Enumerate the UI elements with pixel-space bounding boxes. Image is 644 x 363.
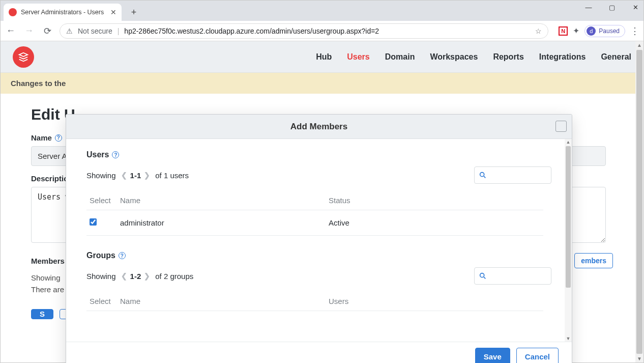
new-tab-button[interactable]: +: [127, 5, 141, 19]
scroll-up-icon[interactable]: ▲: [637, 41, 642, 49]
back-button[interactable]: ←: [5, 25, 17, 37]
scroll-down-icon[interactable]: ▼: [566, 336, 571, 342]
window-controls: — ▢ ✕: [582, 4, 641, 11]
modal-close-button[interactable]: [555, 121, 567, 132]
help-icon[interactable]: ?: [112, 151, 119, 158]
nav-users[interactable]: Users: [347, 52, 369, 62]
users-showing-row: Showing ❮ 1-1 ❯ of 1 users: [86, 166, 551, 184]
extensions-icon[interactable]: ✦: [573, 26, 579, 36]
close-tab-button[interactable]: ✕: [110, 8, 116, 16]
svg-line-3: [484, 277, 485, 278]
users-suffix: of 1 users: [155, 171, 189, 180]
svg-point-0: [480, 173, 484, 177]
users-table: Select Name Status administrator Active: [86, 191, 543, 236]
groups-search-input[interactable]: [474, 267, 551, 285]
table-row: administrator Active: [86, 210, 543, 236]
groups-range: 1-2: [130, 272, 141, 281]
groups-table: Select Name Users: [86, 292, 543, 311]
maximize-button[interactable]: ▢: [606, 4, 618, 11]
modal-body: Users ? Showing ❮ 1-1 ❯ of 1 users: [66, 139, 572, 342]
security-label: Not secure: [78, 27, 112, 35]
app-logo-icon[interactable]: [13, 46, 34, 68]
chevron-left-icon[interactable]: ❮: [121, 171, 127, 179]
profile-avatar-icon: d: [587, 26, 596, 36]
name-label: Name: [31, 133, 52, 142]
description-label: Descriptio: [31, 174, 68, 183]
extensions: N ✦ d Paused ⋮: [559, 25, 639, 37]
nav-workspaces[interactable]: Workspaces: [430, 52, 478, 62]
users-showing-prefix: Showing: [86, 171, 116, 180]
groups-heading: Groups: [86, 251, 115, 260]
groups-pager: ❮ 1-2 ❯: [121, 272, 151, 281]
bookmark-icon[interactable]: ☆: [535, 27, 542, 35]
groups-showing-prefix: Showing: [86, 272, 116, 281]
changes-banner: Changes to the: [1, 73, 643, 94]
address-bar[interactable]: ⚠ Not secure | hp2-286ec75f0c.westus2.cl…: [60, 23, 548, 39]
forward-button[interactable]: →: [23, 25, 35, 37]
app-viewport: Hub Users Domain Workspaces Reports Inte…: [1, 41, 643, 362]
users-section-title: Users ?: [86, 150, 551, 159]
paused-label: Paused: [599, 27, 620, 35]
modal-footer: Save Cancel: [66, 342, 572, 363]
app-topnav: Hub Users Domain Workspaces Reports Inte…: [1, 41, 643, 73]
browser-window: — ▢ ✕ Server Administrators - Users ✕ + …: [0, 0, 644, 363]
nav-domain[interactable]: Domain: [385, 52, 415, 62]
favicon-icon: [9, 8, 17, 16]
nav-integrations[interactable]: Integrations: [539, 52, 586, 62]
save-page-button[interactable]: S: [31, 309, 53, 319]
svg-line-1: [484, 176, 485, 178]
nav-reports[interactable]: Reports: [493, 52, 523, 62]
minimize-button[interactable]: —: [582, 4, 595, 11]
toolbar: ← → ⟳ ⚠ Not secure | hp2-286ec75f0c.west…: [1, 21, 643, 41]
users-search-input[interactable]: [474, 166, 551, 184]
nav-hub[interactable]: Hub: [316, 52, 332, 62]
browser-tab[interactable]: Server Administrators - Users ✕: [4, 4, 122, 21]
chevron-right-icon[interactable]: ❯: [144, 171, 150, 179]
scroll-down-icon[interactable]: ▼: [637, 355, 642, 362]
members-label: Members: [31, 257, 65, 265]
extension-n-icon[interactable]: N: [559, 26, 568, 36]
svg-point-2: [480, 273, 484, 277]
col-select: Select: [86, 292, 117, 311]
nav-links: Hub Users Domain Workspaces Reports Inte…: [316, 52, 631, 62]
groups-showing-row: Showing ❮ 1-2 ❯ of 2 groups: [86, 267, 551, 285]
search-icon: [479, 171, 487, 179]
app-scrollbar[interactable]: ▲ ▼: [635, 41, 643, 362]
chevron-left-icon[interactable]: ❮: [121, 272, 127, 280]
users-pager: ❮ 1-1 ❯: [121, 171, 151, 180]
cancel-button[interactable]: Cancel: [516, 348, 559, 363]
chrome-menu-button[interactable]: ⋮: [630, 25, 639, 37]
search-icon: [479, 272, 487, 280]
help-icon[interactable]: ?: [119, 252, 126, 259]
modal-scrollbar[interactable]: ▲ ▼: [565, 139, 572, 342]
add-members-modal: Add Members Users ? Showing ❮ 1-1 ❯ of 1…: [66, 114, 572, 363]
row-status: Active: [326, 210, 543, 236]
row-checkbox[interactable]: [90, 218, 97, 226]
col-select: Select: [86, 191, 117, 210]
add-members-button[interactable]: embers: [574, 253, 613, 268]
col-status: Status: [326, 191, 543, 210]
save-button[interactable]: Save: [475, 348, 510, 363]
scroll-up-icon[interactable]: ▲: [566, 139, 571, 145]
help-icon[interactable]: ?: [55, 134, 62, 142]
users-heading: Users: [86, 150, 109, 159]
nav-general[interactable]: General: [601, 52, 631, 62]
col-name: Name: [117, 292, 326, 311]
modal-title: Add Members: [290, 122, 347, 132]
col-users: Users: [326, 292, 543, 311]
close-window-button[interactable]: ✕: [629, 4, 641, 11]
modal-header: Add Members: [66, 115, 572, 139]
chevron-right-icon[interactable]: ❯: [144, 272, 150, 280]
scroll-thumb[interactable]: [566, 146, 571, 288]
profile-paused-pill[interactable]: d Paused: [584, 25, 625, 37]
not-secure-icon: ⚠: [66, 27, 73, 35]
tab-title: Server Administrators - Users: [21, 9, 104, 16]
users-range: 1-1: [130, 171, 141, 180]
col-name: Name: [117, 191, 326, 210]
reload-button[interactable]: ⟳: [41, 25, 53, 37]
scroll-thumb[interactable]: [636, 50, 642, 354]
groups-section-title: Groups ?: [86, 251, 551, 260]
url-text: hp2-286ec75f0c.westus2.cloudapp.azure.co…: [124, 27, 379, 35]
groups-suffix: of 2 groups: [155, 272, 193, 281]
tab-bar: Server Administrators - Users ✕ +: [1, 1, 643, 21]
